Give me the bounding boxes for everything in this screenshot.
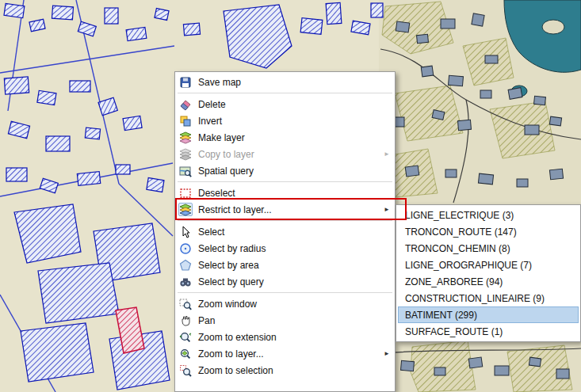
menu-item-label: Make layer [198,132,390,143]
menu-separator [178,220,392,221]
layers-icon [178,131,193,144]
menu-item-label: Select [198,226,390,238]
menu-item-pan[interactable]: Pan [175,312,395,329]
menu-item-select[interactable]: Select [175,223,395,240]
menu-item-select-by-area[interactable]: Select by area [175,257,395,273]
zoom-selection-icon [178,363,193,377]
eraser-icon [178,97,193,111]
menu-item-label: Invert [198,116,390,127]
submenu-item-troncon-route[interactable]: TRONCON_ROUTE (147) [398,223,579,240]
deselect-icon [178,186,193,200]
submenu-arrow-icon: ► [384,150,390,158]
menu-item-deselect[interactable]: Deselect [175,185,395,201]
submenu-item-label: ZONE_ARBOREE (94) [405,276,503,287]
radius-circle-icon [178,242,193,255]
submenu-item-label: CONSTRUCTION_LINEAIRE (9) [405,293,545,304]
zoom-layer-icon [178,347,193,360]
pan-hand-icon [178,314,193,327]
menu-item-copy-to-layer[interactable]: Copy to layer ► [175,146,395,162]
submenu-item-label: BATIMENT (299) [405,310,477,321]
menu-item-label: Select by radius [198,243,390,254]
polygon-area-icon [178,258,193,272]
submenu-item-construction-lineaire[interactable]: CONSTRUCTION_LINEAIRE (9) [398,290,579,306]
submenu-item-label: TRONCON_CHEMIN (8) [405,243,510,254]
submenu-item-label: LIGNE_OROGRAPHIQUE (7) [405,260,532,271]
menu-item-zoom-window[interactable]: Zoom window [175,295,395,312]
submenu-arrow-icon: ► [384,206,390,213]
submenu-item-troncon-chemin[interactable]: TRONCON_CHEMIN (8) [398,240,579,257]
menu-item-make-layer[interactable]: Make layer [175,129,395,146]
submenu-item-label: LIGNE_ELECTRIQUE (3) [405,210,514,221]
menu-item-restrict-to-layer[interactable]: Restrict to layer... ► [175,201,395,218]
menu-item-save-map[interactable]: Save map [175,74,395,90]
menu-item-delete[interactable]: Delete [175,96,395,112]
gis-map-window: Save map Delete Invert Make layer [0,0,581,392]
spatial-query-icon [178,164,193,177]
menu-item-label: Zoom window [198,299,390,310]
submenu-item-surface-route[interactable]: SURFACE_ROUTE (1) [398,323,579,340]
menu-item-invert[interactable]: Invert [175,112,395,129]
menu-item-label: Zoom to layer... [198,348,377,360]
menu-separator [178,181,392,182]
zoom-extension-icon [178,330,193,344]
menu-item-label: Restrict to layer... [198,204,377,215]
menu-separator [178,292,392,293]
menu-item-select-by-radius[interactable]: Select by radius [175,240,395,257]
menu-item-label: Zoom to extension [198,332,390,343]
menu-item-label: Delete [198,99,390,110]
binoculars-query-icon [178,275,193,288]
menu-item-label: Deselect [198,188,390,199]
menu-item-label: Select by area [198,260,390,271]
submenu-arrow-icon: ► [384,350,390,357]
invert-selection-icon [178,114,193,127]
menu-item-label: Pan [198,315,390,326]
submenu-item-label: TRONCON_ROUTE (147) [405,226,517,238]
menu-item-zoom-to-selection[interactable]: Zoom to selection [175,362,395,379]
submenu-item-ligne-electrique[interactable]: LIGNE_ELECTRIQUE (3) [398,207,579,223]
menu-item-zoom-to-extension[interactable]: Zoom to extension [175,329,395,345]
submenu-item-batiment[interactable]: BATIMENT (299) [398,306,579,323]
menu-item-label: Zoom to selection [198,365,390,376]
menu-item-zoom-to-layer[interactable]: Zoom to layer... ► [175,345,395,362]
restrict-layer-icon [178,203,193,216]
menu-item-label: Spatial query [198,166,390,177]
menu-item-spatial-query[interactable]: Spatial query [175,162,395,179]
menu-item-label: Save map [198,77,390,88]
context-menu: Save map Delete Invert Make layer [174,71,396,392]
cursor-icon [178,225,193,238]
submenu-item-ligne-orographique[interactable]: LIGNE_OROGRAPHIQUE (7) [398,257,579,273]
menu-separator [178,93,392,93]
zoom-window-icon [178,297,193,310]
save-map-icon [178,75,193,89]
submenu-item-zone-arboree[interactable]: ZONE_ARBOREE (94) [398,273,579,290]
restrict-to-layer-submenu: LIGNE_ELECTRIQUE (3) TRONCON_ROUTE (147)… [396,204,581,342]
menu-item-label: Select by query [198,276,390,287]
submenu-item-label: SURFACE_ROUTE (1) [405,326,503,337]
menu-item-select-by-query[interactable]: Select by query [175,273,395,290]
layers-copy-icon [178,147,193,161]
menu-item-label: Copy to layer [198,149,377,160]
